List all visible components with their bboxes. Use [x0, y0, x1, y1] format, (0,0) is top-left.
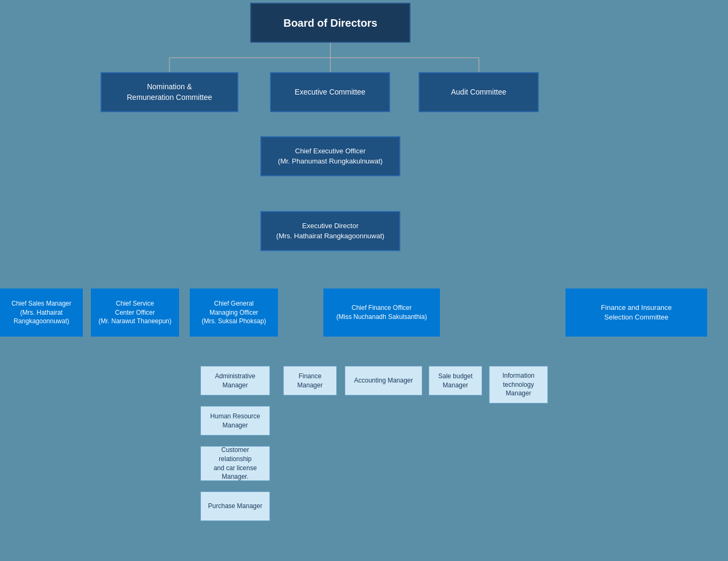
audit-committee-label: Audit Committee	[451, 87, 506, 98]
sale-budget-manager-box: Sale budget Manager	[429, 366, 482, 395]
exec-director-label: Executive Director (Mrs. Hathairat Rangk…	[276, 221, 384, 240]
purchase-manager-box: Purchase Manager	[200, 492, 270, 521]
sale-budget-manager-label: Sale budget Manager	[438, 372, 473, 390]
chief-service-label: Chief Service Center Officer (Mr. Narawu…	[98, 299, 172, 326]
finance-manager-label: Finance Manager	[297, 372, 322, 390]
chief-general-label: Chief General Managing Officer (Mrs. Suk…	[202, 299, 266, 326]
chief-sales-box: Chief Sales Manager (Mrs. Hathairat Rang…	[0, 289, 83, 337]
chief-service-box: Chief Service Center Officer (Mr. Narawu…	[91, 289, 179, 337]
customer-manager-box: Customer relationship and car license Ma…	[200, 446, 270, 481]
chief-general-box: Chief General Managing Officer (Mrs. Suk…	[190, 289, 278, 337]
org-chart: Board of Directors Nomination & Remunera…	[0, 0, 728, 561]
admin-manager-label: Administrative Manager	[215, 372, 255, 390]
nomination-committee-label: Nomination & Remuneration Committee	[127, 82, 212, 103]
executive-committee-box: Executive Committee	[270, 72, 390, 112]
board-of-directors-label: Board of Directors	[283, 15, 377, 30]
customer-manager-label: Customer relationship and car license Ma…	[206, 446, 264, 481]
ceo-label: Chief Executive Officer (Mr. Phanumast R…	[278, 146, 383, 166]
admin-manager-box: Administrative Manager	[200, 366, 270, 395]
nomination-committee-box: Nomination & Remuneration Committee	[100, 72, 238, 112]
board-of-directors-box: Board of Directors	[250, 3, 411, 43]
accounting-manager-box: Accounting Manager	[345, 366, 422, 395]
it-manager-label: Information technology Manager	[502, 371, 535, 398]
hr-manager-box: Human Resource Manager	[200, 406, 270, 435]
executive-committee-label: Executive Committee	[295, 87, 365, 98]
hr-manager-label: Human Resource Manager	[210, 412, 260, 430]
chief-sales-label: Chief Sales Manager (Mrs. Hathairat Rang…	[11, 299, 71, 326]
finance-insurance-box: Finance and Insurance Selection Committe…	[566, 289, 707, 337]
finance-insurance-label: Finance and Insurance Selection Committe…	[601, 303, 671, 322]
audit-committee-box: Audit Committee	[419, 72, 539, 112]
chief-finance-box: Chief Finance Officer (Miss Nuchanadh Sa…	[323, 289, 440, 337]
it-manager-box: Information technology Manager	[489, 366, 548, 403]
finance-manager-box: Finance Manager	[283, 366, 337, 395]
chief-finance-label: Chief Finance Officer (Miss Nuchanadh Sa…	[336, 303, 427, 322]
ceo-box: Chief Executive Officer (Mr. Phanumast R…	[260, 136, 400, 176]
purchase-manager-label: Purchase Manager	[208, 502, 262, 511]
exec-director-box: Executive Director (Mrs. Hathairat Rangk…	[260, 211, 400, 251]
accounting-manager-label: Accounting Manager	[354, 376, 413, 385]
